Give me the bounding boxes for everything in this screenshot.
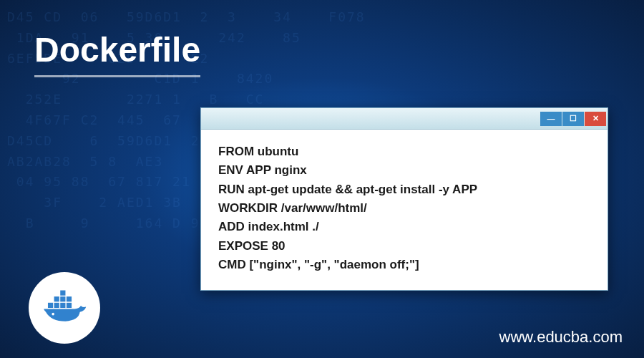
website-url: www.educba.com bbox=[499, 328, 623, 347]
svg-rect-3 bbox=[67, 303, 72, 308]
code-line: WORKDIR /var/www/html/ bbox=[218, 199, 590, 218]
code-line: CMD ["nginx", "-g", "daemon off;"] bbox=[218, 256, 590, 274]
code-line: ENV APP nginx bbox=[218, 161, 590, 180]
svg-rect-1 bbox=[54, 303, 59, 308]
svg-rect-2 bbox=[60, 303, 65, 308]
svg-rect-0 bbox=[48, 303, 53, 308]
svg-rect-7 bbox=[60, 291, 65, 296]
docker-icon bbox=[39, 282, 90, 334]
code-line: EXPOSE 80 bbox=[218, 237, 590, 256]
code-line: FROM ubuntu bbox=[218, 142, 590, 161]
maximize-button[interactable]: ☐ bbox=[562, 112, 584, 126]
svg-point-8 bbox=[52, 313, 54, 316]
page-title: Dockerfile bbox=[34, 30, 200, 77]
code-window: — ☐ ✕ FROM ubuntu ENV APP nginx RUN apt-… bbox=[200, 107, 608, 291]
docker-logo bbox=[29, 272, 100, 344]
code-line: RUN apt-get update && apt-get install -y… bbox=[218, 180, 590, 199]
minimize-button[interactable]: — bbox=[540, 112, 562, 126]
close-button[interactable]: ✕ bbox=[585, 112, 606, 126]
svg-rect-4 bbox=[54, 296, 59, 301]
window-titlebar: — ☐ ✕ bbox=[201, 108, 608, 130]
code-line: ADD index.html ./ bbox=[218, 218, 590, 236]
svg-rect-5 bbox=[60, 296, 65, 301]
svg-rect-6 bbox=[67, 296, 72, 301]
code-body: FROM ubuntu ENV APP nginx RUN apt-get up… bbox=[201, 130, 608, 290]
